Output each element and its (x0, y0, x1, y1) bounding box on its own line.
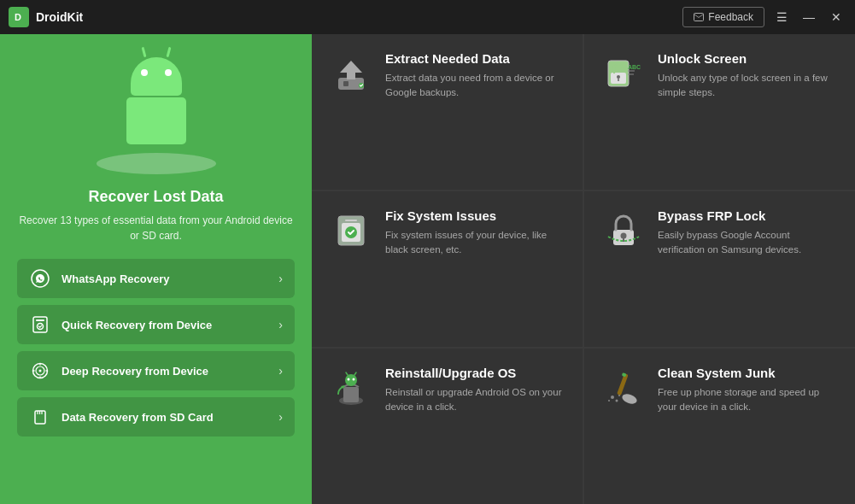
fix-desc: Fix system issues of your device, like b… (385, 228, 565, 258)
svg-point-6 (38, 324, 44, 330)
svg-point-35 (348, 378, 350, 381)
svg-text:ABC: ABC (628, 64, 641, 70)
feature-fix[interactable]: Fix System Issues Fix system issues of y… (312, 191, 583, 347)
title-bar-left: D DroidKit (9, 7, 83, 27)
svg-point-41 (621, 392, 638, 406)
quick-recovery-icon (29, 314, 51, 336)
menu-item-whatsapp[interactable]: WhatsApp Recovery › (17, 259, 295, 298)
feature-clean[interactable]: Clean System Junk Free up phone storage … (584, 349, 855, 504)
svg-rect-40 (617, 373, 629, 396)
svg-point-20 (617, 75, 620, 79)
clean-text: Clean System Junk Free up phone storage … (658, 366, 838, 415)
main-content: Recover Lost Data Recover 13 types of es… (0, 34, 855, 504)
extract-desc: Extract data you need from a device or G… (385, 71, 565, 101)
extract-icon (329, 51, 373, 96)
svg-line-38 (354, 372, 356, 375)
feature-extract[interactable]: Extract Needed Data Extract data you nee… (312, 34, 583, 190)
svg-point-44 (608, 400, 610, 401)
svg-rect-5 (36, 319, 44, 321)
sdcard-label: Data Recovery from SD Card (61, 411, 268, 424)
sdcard-icon (29, 406, 51, 428)
fix-text: Fix System Issues Fix system issues of y… (385, 208, 565, 258)
app-title: DroidKit (36, 10, 83, 24)
menu-item-sdcard[interactable]: Data Recovery from SD Card › (17, 397, 295, 437)
reinstall-icon (329, 366, 373, 410)
unlock-title: Unlock Screen (658, 51, 838, 66)
frp-desc: Easily bypass Google Account verificatio… (658, 228, 838, 258)
svg-point-42 (611, 396, 614, 399)
reinstall-title: Reinstall/Upgrade OS (385, 366, 565, 380)
quick-label: Quick Recovery from Device (61, 319, 268, 331)
deep-label: Deep Recovery from Device (61, 365, 268, 378)
frp-title: Bypass FRP Lock (658, 208, 838, 223)
sdcard-arrow: › (278, 410, 283, 424)
extract-text: Extract Needed Data Extract data you nee… (385, 51, 565, 101)
reinstall-desc: Reinstall or upgrade Android OS on your … (385, 385, 565, 415)
left-panel: Recover Lost Data Recover 13 types of es… (0, 34, 312, 504)
title-bar: D DroidKit Feedback ☰ — ✕ (0, 0, 855, 34)
deep-arrow: › (278, 364, 283, 378)
svg-text:D: D (15, 12, 21, 22)
feature-unlock[interactable]: ABC Unlock Screen Unlock any type of loc… (584, 34, 855, 190)
panel-description: Recover 13 types of essential data from … (17, 213, 295, 243)
fix-icon (329, 208, 373, 253)
svg-point-36 (353, 378, 355, 381)
svg-point-30 (621, 233, 627, 239)
extract-title: Extract Needed Data (385, 51, 565, 66)
feedback-button[interactable]: Feedback (682, 7, 764, 27)
clean-icon (601, 366, 646, 410)
panel-title: Recover Lost Data (88, 188, 223, 206)
svg-point-9 (39, 370, 42, 372)
menu-item-quick[interactable]: Quick Recovery from Device › (17, 305, 295, 344)
close-button[interactable]: ✕ (826, 7, 846, 27)
svg-point-43 (616, 400, 618, 402)
svg-rect-4 (33, 317, 47, 332)
svg-rect-28 (345, 220, 357, 221)
fix-title: Fix System Issues (385, 208, 565, 223)
feature-frp[interactable]: Bypass FRP Lock Easily bypass Google Acc… (584, 191, 855, 347)
clean-title: Clean System Junk (658, 366, 838, 380)
minimize-button[interactable]: — (799, 7, 819, 27)
deep-recovery-icon (29, 360, 51, 382)
unlock-desc: Unlock any type of lock screen in a few … (658, 71, 838, 101)
svg-rect-33 (343, 387, 359, 402)
svg-point-34 (345, 374, 357, 386)
title-bar-controls: Feedback ☰ — ✕ (682, 7, 846, 27)
whatsapp-label: WhatsApp Recovery (61, 273, 268, 285)
svg-line-37 (346, 372, 348, 375)
whatsapp-icon (29, 267, 51, 290)
svg-rect-16 (343, 81, 348, 86)
menu-item-deep[interactable]: Deep Recovery from Device › (17, 351, 295, 390)
feature-reinstall[interactable]: Reinstall/Upgrade OS Reinstall or upgrad… (312, 349, 583, 504)
feature-grid: Extract Needed Data Extract data you nee… (312, 34, 855, 504)
svg-point-45 (618, 395, 620, 396)
android-robot-illustration (126, 57, 186, 144)
unlock-icon: ABC (601, 51, 646, 96)
svg-marker-15 (340, 61, 362, 79)
clean-desc: Free up phone storage and speed up your … (658, 385, 838, 415)
mail-icon (694, 13, 704, 21)
menu-button[interactable]: ☰ (771, 7, 792, 27)
reinstall-text: Reinstall/Upgrade OS Reinstall or upgrad… (385, 366, 565, 415)
svg-rect-2 (694, 14, 704, 21)
frp-icon (601, 208, 646, 253)
unlock-text: Unlock Screen Unlock any type of lock sc… (658, 51, 838, 101)
quick-arrow: › (278, 318, 283, 331)
app-logo: D (9, 7, 29, 27)
hero-image (88, 51, 225, 179)
frp-text: Bypass FRP Lock Easily bypass Google Acc… (658, 208, 838, 258)
whatsapp-arrow: › (278, 272, 283, 285)
svg-point-3 (32, 270, 49, 287)
